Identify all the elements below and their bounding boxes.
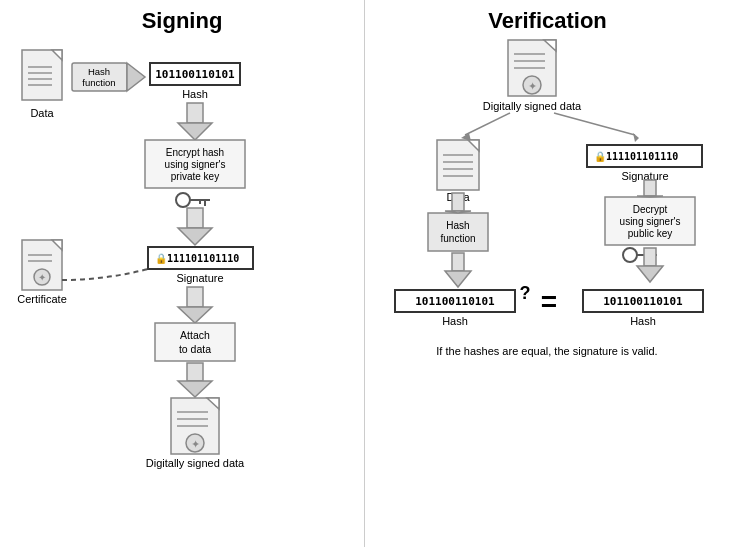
svg-rect-22 xyxy=(187,208,203,228)
signed-data-label-signing: Digitally signed data xyxy=(146,457,245,469)
arrow-sig-to-decrypt-tip xyxy=(637,196,663,197)
signing-section: Signing Data Hash function xyxy=(0,0,365,547)
arrow-sig-to-decrypt xyxy=(644,180,656,196)
svg-text:using signer's: using signer's xyxy=(165,159,226,170)
hash1-label: Hash xyxy=(442,315,468,327)
svg-text:✦: ✦ xyxy=(191,438,200,450)
certificate-document: ✦ xyxy=(22,240,62,290)
svg-text:Decrypt: Decrypt xyxy=(633,204,668,215)
hash2-box: 101100110101 xyxy=(583,290,703,312)
svg-rect-32 xyxy=(187,287,203,307)
key-icon-signing xyxy=(176,193,210,207)
hash-box-signing: 101100110101 xyxy=(150,63,240,85)
signing-title: Signing xyxy=(0,8,364,34)
footer-text: If the hashes are equal, the signature i… xyxy=(436,345,657,357)
arrow-hashfn-to-hash1-tip xyxy=(445,271,471,287)
svg-point-18 xyxy=(176,193,190,207)
data-label: Data xyxy=(30,107,54,119)
svg-marker-23 xyxy=(178,228,212,245)
verification-title: Verification xyxy=(365,8,730,34)
equals-sign: = xyxy=(541,286,557,317)
down-arrow-3 xyxy=(178,287,212,323)
right-split-arrow xyxy=(554,113,635,135)
data-document-verif xyxy=(437,140,479,190)
svg-text:Encrypt hash: Encrypt hash xyxy=(166,147,224,158)
arrow-decrypt-to-hash2-tip xyxy=(637,266,663,282)
encrypt-box: Encrypt hash using signer's private key xyxy=(145,140,245,188)
hash2-label: Hash xyxy=(630,315,656,327)
down-arrow-4 xyxy=(178,363,212,397)
attach-box: Attach to data xyxy=(155,323,235,361)
svg-point-68 xyxy=(623,248,637,262)
left-split-arrow xyxy=(465,113,510,135)
arrow-data-to-hashfn xyxy=(452,193,464,211)
svg-rect-0 xyxy=(22,50,62,100)
arrow-hashfn-to-hash1 xyxy=(452,253,464,271)
svg-text:101100110101: 101100110101 xyxy=(415,295,495,308)
hash-function-box-verif: Hash function xyxy=(428,213,488,251)
svg-text:🔒111101101110: 🔒111101101110 xyxy=(594,150,678,163)
down-arrow-1 xyxy=(178,103,212,140)
hash1-box: 101100110101 xyxy=(395,290,515,312)
svg-text:public key: public key xyxy=(628,228,672,239)
svg-marker-7 xyxy=(127,63,145,91)
certificate-label: Certificate xyxy=(17,293,67,305)
question-mark: ? xyxy=(520,283,531,303)
svg-text:✦: ✦ xyxy=(528,80,537,92)
signed-data-label-verif: Digitally signed data xyxy=(483,100,582,112)
svg-text:function: function xyxy=(82,77,115,88)
signature-box-verif: 🔒111101101110 xyxy=(587,145,702,167)
svg-rect-61 xyxy=(428,213,488,251)
signed-document: ✦ xyxy=(171,398,219,454)
right-arrowhead xyxy=(633,133,639,142)
svg-text:to data: to data xyxy=(179,343,211,355)
svg-text:🔒111101101110: 🔒111101101110 xyxy=(155,252,239,265)
hash-function-arrow: Hash function xyxy=(72,63,145,91)
svg-text:101100110101: 101100110101 xyxy=(603,295,683,308)
svg-text:using signer's: using signer's xyxy=(620,216,681,227)
svg-text:Attach: Attach xyxy=(180,329,210,341)
svg-text:Hash: Hash xyxy=(88,66,110,77)
svg-marker-13 xyxy=(178,123,212,140)
signature-label-signing: Signature xyxy=(176,272,223,284)
main-container: Signing Data Hash function xyxy=(0,0,730,547)
down-arrow-2 xyxy=(178,208,212,245)
decrypt-box: Decrypt using signer's public key xyxy=(605,197,695,245)
signed-input-document: ✦ xyxy=(508,40,556,96)
data-document xyxy=(22,50,62,100)
svg-text:✦: ✦ xyxy=(38,272,46,283)
signing-diagram: Data Hash function 101100110101 Hash xyxy=(0,35,365,535)
svg-text:101100110101: 101100110101 xyxy=(155,68,235,81)
svg-marker-33 xyxy=(178,307,212,323)
hash-label-signing: Hash xyxy=(182,88,208,100)
verification-section: Verification ✦ Digitally signed data xyxy=(365,0,730,547)
svg-text:function: function xyxy=(440,233,475,244)
svg-rect-12 xyxy=(187,103,203,123)
signature-box-signing: 🔒111101101110 xyxy=(148,247,253,269)
arrow-decrypt-to-hash2 xyxy=(644,248,656,266)
svg-rect-37 xyxy=(187,363,203,381)
dashed-connector xyxy=(62,269,148,280)
svg-text:private key: private key xyxy=(171,171,219,182)
svg-rect-53 xyxy=(437,140,479,190)
svg-marker-38 xyxy=(178,381,212,397)
svg-text:Hash: Hash xyxy=(446,220,469,231)
verification-diagram: ✦ Digitally signed data Data xyxy=(365,35,730,535)
